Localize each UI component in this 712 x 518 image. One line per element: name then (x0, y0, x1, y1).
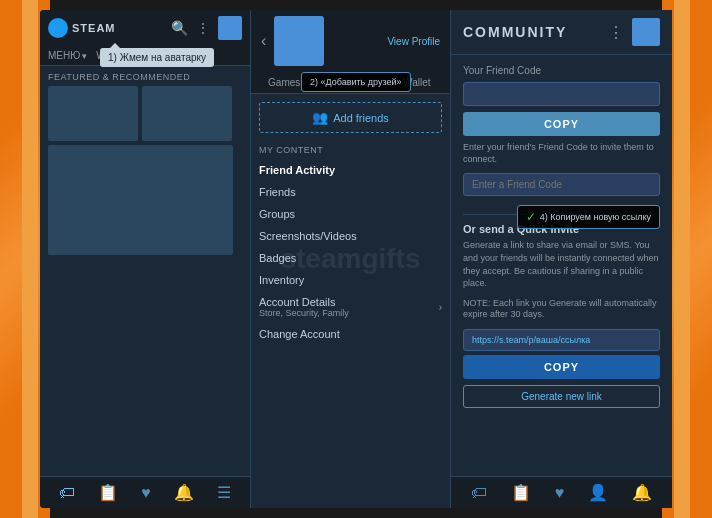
community-title: COMMUNITY (463, 24, 567, 40)
bottom-nav-wishlist[interactable]: ♥ (141, 484, 151, 502)
bottom-nav-library[interactable]: 📋 (98, 483, 118, 502)
friend-code-helper: Enter your friend's Friend Code to invit… (463, 142, 660, 165)
community-bottom-wishlist[interactable]: ♥ (555, 484, 565, 502)
community-menu-icon[interactable]: ⋮ (608, 23, 624, 42)
steam-panel: STEAM 🔍 ⋮ МЕНЮ▼ WISHLIST WALLET 1) Жмем … (40, 10, 250, 508)
copy-link-button[interactable]: COPY (463, 355, 660, 379)
community-bottom-store[interactable]: 🏷 (471, 484, 487, 502)
menu-item-inventory[interactable]: Inventory (251, 269, 450, 291)
community-bottom-profile[interactable]: 👤 (588, 483, 608, 502)
annotation-2: 2) «Добавить друзей» (301, 72, 411, 92)
add-friends-button[interactable]: 👥 Add friends (259, 102, 442, 133)
check-icon: ✓ (526, 210, 536, 224)
copy-friend-code-button[interactable]: COPY (463, 112, 660, 136)
expire-note: NOTE: Each link you Generate will automa… (463, 298, 660, 321)
community-avatar[interactable] (632, 18, 660, 46)
steam-logo: STEAM (48, 18, 116, 38)
add-friends-icon: 👥 (312, 110, 328, 125)
steam-options-icon[interactable]: ⋮ (196, 20, 210, 36)
steam-logo-text: STEAM (72, 22, 116, 34)
annotation-4-text: 4) Копируем новую ссылку (540, 212, 651, 222)
community-bottom-notifications[interactable]: 🔔 (632, 483, 652, 502)
steam-header: STEAM 🔍 ⋮ (40, 10, 250, 46)
profile-avatar[interactable] (274, 16, 324, 66)
bottom-nav-menu[interactable]: ☰ (217, 483, 231, 502)
menu-item-groups[interactable]: Groups (251, 203, 450, 225)
menu-item-account-sub: Store, Security, Family (259, 308, 349, 318)
bottom-nav-store[interactable]: 🏷 (59, 484, 75, 502)
steam-search-icon[interactable]: 🔍 (171, 20, 188, 36)
my-content-label: MY CONTENT (251, 141, 450, 159)
back-arrow-icon[interactable]: ‹ (261, 32, 266, 50)
community-header-icons: ⋮ (608, 18, 660, 46)
menu-item-screenshots[interactable]: Screenshots/Videos (251, 225, 450, 247)
menu-item-friends[interactable]: Friends (251, 181, 450, 203)
enter-friend-code-input[interactable] (463, 173, 660, 196)
featured-label: FEATURED & RECOMMENDED (40, 66, 250, 86)
featured-image-1 (48, 86, 138, 141)
arrow-right-icon: › (439, 302, 442, 313)
nav-menu[interactable]: МЕНЮ▼ (48, 50, 88, 61)
community-bottom-nav: 🏷 📋 ♥ 👤 🔔 (451, 476, 672, 508)
menu-item-account-label: Account Details (259, 296, 349, 308)
friend-code-input[interactable] (463, 82, 660, 106)
profile-popup: ‹ View Profile 2) «Добавить друзей» Game… (250, 10, 450, 508)
generate-link-button[interactable]: Generate new link (463, 385, 660, 408)
featured-image-2 (142, 86, 232, 141)
community-header: COMMUNITY ⋮ (451, 10, 672, 55)
annotation-1: 1) Жмем на аватарку (100, 48, 214, 67)
menu-item-account[interactable]: Account Details Store, Security, Family … (251, 291, 450, 323)
menu-item-friend-activity[interactable]: Friend Activity (251, 159, 450, 181)
steam-bottom-nav: 🏷 📋 ♥ 🔔 ☰ (40, 476, 250, 508)
menu-item-change-account[interactable]: Change Account (251, 323, 450, 345)
featured-images (40, 86, 250, 141)
menu-item-badges[interactable]: Badges (251, 247, 450, 269)
quick-invite-desc: Generate a link to share via email or SM… (463, 239, 660, 289)
featured-image-3 (48, 145, 233, 255)
add-friends-label: Add friends (333, 112, 389, 124)
friend-code-label: Your Friend Code (463, 65, 660, 76)
gift-ribbon-left (22, 0, 38, 518)
steam-avatar[interactable] (218, 16, 242, 40)
featured-section: FEATURED & RECOMMENDED (40, 66, 250, 476)
community-bottom-library[interactable]: 📋 (511, 483, 531, 502)
popup-header: ‹ View Profile (251, 10, 450, 72)
invite-link-input[interactable] (463, 329, 660, 351)
content-menu: Friend Activity Friends Groups Screensho… (251, 159, 450, 345)
view-profile-button[interactable]: View Profile (387, 36, 440, 47)
community-panel: COMMUNITY ⋮ Your Friend Code COPY Enter … (450, 10, 672, 508)
steam-logo-icon (48, 18, 68, 38)
bottom-nav-notifications[interactable]: 🔔 (174, 483, 194, 502)
community-content: Your Friend Code COPY Enter your friend'… (451, 55, 672, 476)
annotation-4: ✓ 4) Копируем новую ссылку (517, 205, 660, 229)
gift-ribbon-right (674, 0, 690, 518)
